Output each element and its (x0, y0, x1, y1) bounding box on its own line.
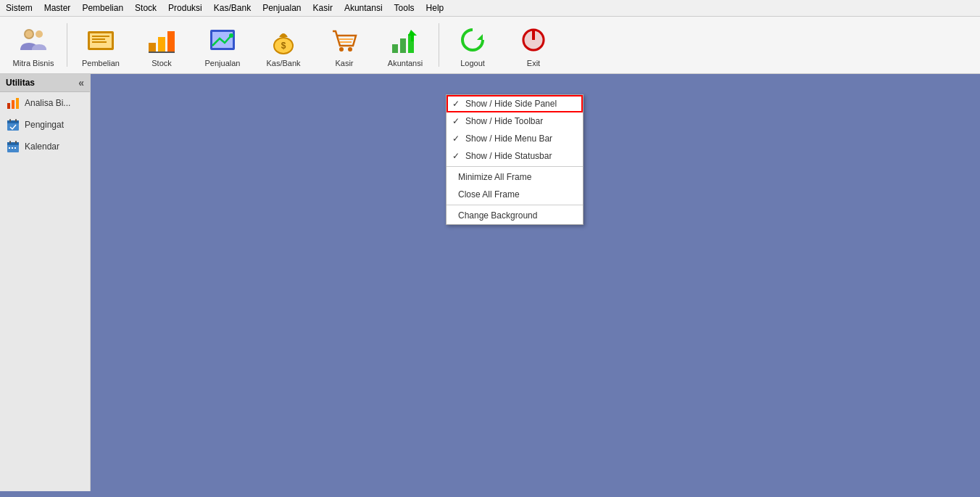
side-panel-item-kalendar[interactable]: Kalendar (0, 136, 90, 157)
side-panel-header: Utilitas « (0, 74, 90, 92)
side-panel-kalendar-label: Kalendar (25, 141, 59, 152)
menu-kas-bank[interactable]: Kas/Bank (211, 1, 254, 15)
svg-rect-20 (339, 38, 353, 40)
menu-pembelian[interactable]: Pembelian (79, 1, 126, 15)
side-panel-pengingat-label: Pengingat (25, 120, 64, 130)
menu-master[interactable]: Master (41, 1, 74, 15)
ctx-show-hide-side-panel[interactable]: Show / Hide Side Panel (447, 95, 583, 112)
toolbar-kasir-label: Kasir (335, 59, 353, 67)
toolbar-pembelian[interactable]: Pembelian (72, 20, 130, 70)
chart-icon (6, 96, 20, 110)
svg-rect-23 (400, 38, 406, 53)
toolbar-akuntansi[interactable]: Akuntansi (376, 20, 434, 70)
toolbar-exit-label: Exit (527, 59, 540, 67)
svg-rect-37 (9, 141, 11, 144)
ctx-menu-bar-label: Show / Hide Menu Bar (465, 134, 552, 144)
toolbar-logout[interactable]: Logout (444, 20, 502, 70)
ctx-background-label: Change Background (458, 210, 537, 221)
menu-sistem[interactable]: Sistem (3, 1, 36, 15)
toolbar-penjualan-label: Penjualan (205, 59, 241, 67)
ctx-close-all-frame[interactable]: Close All Frame (447, 186, 583, 203)
menu-bar: Sistem Master Pembelian Stock Produksi K… (0, 0, 980, 17)
logout-icon (455, 22, 490, 57)
svg-rect-9 (158, 37, 165, 53)
menu-penjualan[interactable]: Penjualan (259, 1, 304, 15)
pembelian-icon (83, 22, 118, 57)
side-panel: Utilitas « Analisa Bi... (0, 74, 91, 491)
svg-rect-41 (14, 147, 16, 149)
toolbar-exit[interactable]: Exit (504, 20, 562, 70)
side-panel-item-pengingat[interactable]: Pengingat (0, 114, 90, 136)
ctx-minimize-all-frame[interactable]: Minimize All Frame (447, 168, 583, 186)
svg-rect-22 (392, 44, 398, 53)
toolbar-pembelian-label: Pembelian (82, 59, 120, 67)
svg-rect-7 (92, 41, 107, 43)
svg-rect-10 (167, 31, 175, 53)
kas-bank-icon: $ (266, 22, 301, 57)
toolbar-akuntansi-label: Akuntansi (388, 59, 423, 67)
svg-text:$: $ (281, 41, 286, 51)
penjualan-icon (205, 22, 240, 57)
main-layout: Utilitas « Analisa Bi... (0, 74, 980, 491)
menu-stock[interactable]: Stock (132, 1, 159, 15)
stock-icon (144, 22, 179, 57)
toolbar-logout-label: Logout (460, 59, 485, 67)
kasir-icon (327, 22, 362, 57)
toolbar-kas-bank[interactable]: $ Kas/Bank (254, 20, 312, 70)
toolbar-mitra-bisnis[interactable]: Mitra Bisnis (4, 20, 62, 70)
svg-rect-40 (12, 147, 13, 149)
menu-tools[interactable]: Tools (391, 1, 418, 15)
menu-produksi[interactable]: Produksi (165, 1, 205, 15)
calendar-icon (6, 139, 20, 154)
ctx-statusbar-label: Show / Hide Statusbar (465, 151, 552, 161)
calendar-check-icon (6, 118, 20, 132)
svg-rect-39 (9, 147, 10, 149)
toolbar-mitra-bisnis-label: Mitra Bisnis (13, 59, 54, 67)
toolbar-stock[interactable]: Stock (133, 20, 191, 70)
svg-rect-11 (149, 52, 175, 53)
ctx-close-label: Close All Frame (458, 189, 520, 200)
side-panel-title: Utilitas (6, 78, 35, 88)
mitra-bisnis-icon (16, 22, 51, 57)
toolbar-kas-bank-label: Kas/Bank (266, 59, 300, 67)
toolbar-separator-2 (439, 23, 439, 67)
ctx-show-hide-statusbar[interactable]: Show / Hide Statusbar (447, 147, 583, 165)
svg-rect-34 (15, 119, 17, 122)
exit-icon (516, 22, 551, 57)
ctx-minimize-label: Minimize All Frame (458, 172, 531, 182)
svg-rect-36 (7, 142, 19, 145)
toolbar: Mitra Bisnis Pembelian Stock (0, 17, 980, 74)
svg-point-2 (36, 30, 43, 38)
svg-rect-5 (92, 36, 109, 37)
svg-rect-30 (16, 98, 19, 109)
context-menu: Show / Hide Side Panel Show / Hide Toolb… (446, 94, 584, 225)
toolbar-separator-1 (67, 23, 67, 67)
toolbar-kasir[interactable]: Kasir (315, 20, 373, 70)
ctx-toolbar-label: Show / Hide Toolbar (465, 116, 543, 126)
ctx-separator-2 (447, 205, 583, 205)
ctx-change-background[interactable]: Change Background (447, 207, 583, 224)
svg-point-18 (339, 47, 344, 52)
menu-kasir[interactable]: Kasir (310, 1, 336, 15)
svg-rect-29 (12, 100, 14, 109)
svg-rect-28 (7, 103, 10, 109)
svg-point-14 (229, 33, 233, 38)
svg-rect-33 (9, 119, 11, 122)
svg-point-19 (348, 47, 352, 52)
ctx-side-panel-label: Show / Hide Side Panel (465, 99, 557, 109)
menu-help[interactable]: Help (423, 1, 447, 15)
svg-rect-21 (340, 41, 352, 43)
menu-akuntansi[interactable]: Akuntansi (341, 1, 386, 15)
ctx-show-hide-menu-bar[interactable]: Show / Hide Menu Bar (447, 130, 583, 147)
svg-rect-8 (149, 43, 156, 53)
svg-rect-32 (7, 120, 19, 123)
svg-point-1 (25, 30, 33, 38)
akuntansi-icon (388, 22, 423, 57)
toolbar-stock-label: Stock (151, 59, 172, 67)
content-area: Show / Hide Side Panel Show / Hide Toolb… (91, 74, 980, 491)
side-panel-item-analisa[interactable]: Analisa Bi... (0, 92, 90, 114)
side-panel-analisa-label: Analisa Bi... (25, 98, 70, 108)
side-panel-collapse-btn[interactable]: « (78, 77, 84, 89)
toolbar-penjualan[interactable]: Penjualan (194, 20, 252, 70)
ctx-show-hide-toolbar[interactable]: Show / Hide Toolbar (447, 112, 583, 130)
